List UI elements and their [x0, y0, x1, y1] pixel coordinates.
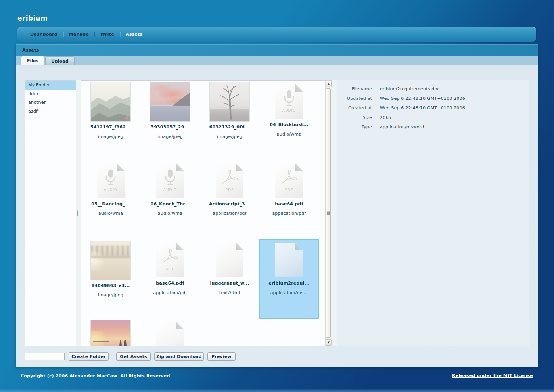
generic-file-icon	[156, 322, 184, 346]
grip-icon	[77, 211, 80, 216]
asset-type: audio/wma	[81, 211, 140, 216]
detail-label: Size	[337, 115, 372, 120]
detail-row: Created at Wed Sep 6 22:48:10 GMT+0100 2…	[337, 105, 529, 111]
page-fold-icon	[117, 163, 125, 171]
nav-assets[interactable]: Assets	[120, 32, 148, 37]
grip-icon	[333, 211, 336, 216]
asset-cell[interactable]	[81, 319, 140, 346]
detail-label: Filename	[337, 86, 372, 92]
pdf-swirl-icon	[220, 168, 239, 185]
detail-label: Created at	[337, 105, 372, 111]
nav-dashboard[interactable]: Dashboard	[25, 32, 63, 37]
asset-cell[interactable]: 60321329_0fd... image/jpeg	[200, 81, 259, 160]
beach-sunset-thumbnail	[91, 320, 130, 346]
down-arrow-icon: ▼	[328, 341, 330, 344]
asset-name: eribium2requi...	[259, 281, 319, 286]
get-assets-button[interactable]: Get Assets	[116, 352, 151, 361]
nav-manage[interactable]: Manage	[63, 32, 94, 37]
sunset-lake-thumbnail	[150, 82, 190, 121]
asset-type: image/jpeg	[140, 134, 200, 139]
asset-name: juggernaut_w...	[200, 281, 259, 286]
pdf-label: PDF	[216, 188, 243, 192]
tab-upload[interactable]: Upload	[45, 56, 74, 65]
pdf-file-icon: PDF	[156, 243, 184, 277]
asset-cell[interactable]: AUDIO 05__Dancing_... audio/wma	[81, 160, 140, 239]
detail-row: Updated at Wed Sep 6 22:48:10 GMT+0100 2…	[337, 96, 529, 101]
zip-and-download-button[interactable]: Zip and Download	[154, 352, 204, 361]
folder-item-asdf[interactable]: asdf	[25, 107, 76, 116]
asset-type: application/pdf	[140, 290, 200, 295]
asset-cell[interactable]: AUDIO 06_Knock_Thr... audio/wma	[140, 160, 200, 239]
asset-name: 39303057_29...	[140, 124, 200, 130]
asset-name: Actionscript_3...	[200, 201, 259, 207]
generic-file-icon	[275, 243, 303, 277]
asset-name: base64.pdf	[140, 281, 200, 286]
preview-button[interactable]: Preview	[207, 352, 236, 361]
asset-type: image/jpeg	[81, 293, 140, 298]
detail-value-type: application/msword	[380, 124, 529, 130]
detail-label: Updated at	[337, 96, 372, 101]
grid-scrollbar[interactable]: ▲ ▼	[325, 81, 332, 346]
asset-type: audio/wma	[259, 132, 319, 137]
assets-panel: Assets Files Upload My Folder flder anot…	[16, 44, 538, 367]
folder-item-flder[interactable]: flder	[25, 90, 76, 98]
asset-name: 60321329_0fd...	[200, 124, 259, 130]
detail-value-size: 20kb	[380, 115, 529, 120]
asset-type: text/html	[200, 290, 259, 295]
folder-item-another[interactable]: another	[25, 98, 76, 107]
asset-cell[interactable]: PDF base64.pdf application/pdf	[140, 239, 200, 319]
page-fold-icon	[236, 243, 243, 250]
asset-cell[interactable]	[140, 319, 200, 346]
detail-row: Filename eribium2requirements.doc	[337, 86, 529, 92]
scroll-down-button[interactable]: ▼	[326, 339, 332, 346]
asset-cell[interactable]: juggernaut_w... text/html	[200, 239, 259, 319]
audio-label: AUDIO	[97, 188, 125, 192]
panel-title: Assets	[16, 44, 538, 56]
detail-label: Type	[337, 124, 372, 130]
generic-file-icon	[216, 243, 243, 277]
asset-type: application/pdf	[200, 211, 259, 216]
tab-files[interactable]: Files	[21, 56, 44, 65]
detail-value-filename: eribium2requirements.doc	[380, 86, 529, 92]
right-splitter-handle[interactable]	[332, 80, 337, 346]
page-fold-icon	[295, 84, 303, 92]
scrollbar-thumb[interactable]	[326, 88, 331, 338]
left-splitter-handle[interactable]	[76, 80, 81, 346]
folder-item-my-folder[interactable]: My Folder	[25, 81, 76, 90]
page-fold-icon	[295, 243, 303, 250]
asset-cell[interactable]: 39303057_29... image/jpeg	[140, 81, 200, 160]
asset-cell[interactable]: PDF base64.pdf application/pdf	[259, 160, 319, 239]
audio-file-icon: AUDIO	[97, 163, 125, 198]
detail-row: Size 20kb	[337, 115, 529, 120]
scroll-up-button[interactable]: ▲	[326, 81, 332, 87]
nav-write[interactable]: Write	[95, 32, 120, 37]
asset-name: base64.pdf	[259, 201, 319, 207]
asset-cell[interactable]: PDF Actionscript_3... application/pdf	[200, 160, 259, 239]
audio-label: AUDIO	[156, 188, 184, 192]
bottom-toolbar: Create Folder Get Assets Zip and Downloa…	[16, 352, 538, 361]
bottom-edge-highlight	[0, 389, 554, 392]
asset-type: application/ms...	[259, 290, 319, 295]
microphone-icon	[104, 168, 117, 187]
bare-tree-thumbnail	[210, 82, 249, 121]
create-folder-button[interactable]: Create Folder	[69, 352, 109, 361]
copyright-text: Copyright (c) 2006 Alexander MacCaw. All…	[21, 373, 170, 379]
pdf-label: PDF	[275, 188, 303, 192]
folder-name-input[interactable]	[25, 353, 65, 360]
asset-cell-selected[interactable]: eribium2requi... application/ms...	[259, 239, 319, 319]
asset-cell[interactable]: AUDIO 04_Blockbust... audio/wma	[259, 81, 319, 160]
pdf-swirl-icon	[280, 168, 299, 185]
asset-type: application/pdf	[259, 211, 319, 216]
up-arrow-icon: ▲	[328, 82, 330, 86]
detail-value-created: Wed Sep 6 22:48:10 GMT+0100 2006	[380, 105, 529, 111]
page-fold-icon	[176, 322, 184, 329]
detail-row: Type application/msword	[337, 124, 529, 130]
audio-file-icon: AUDIO	[156, 163, 184, 198]
asset-grid: 5412197_f962... image/jpeg 39303057_29..…	[81, 80, 332, 346]
asset-cell[interactable]: 5412197_f962... image/jpeg	[81, 81, 140, 160]
audio-file-icon: AUDIO	[275, 84, 303, 119]
mit-license-link[interactable]: Released under the MIT License	[452, 373, 533, 378]
microphone-icon	[282, 89, 296, 107]
microphone-icon	[163, 168, 177, 187]
asset-cell[interactable]: 84049663_e3... image/jpeg	[81, 239, 140, 319]
